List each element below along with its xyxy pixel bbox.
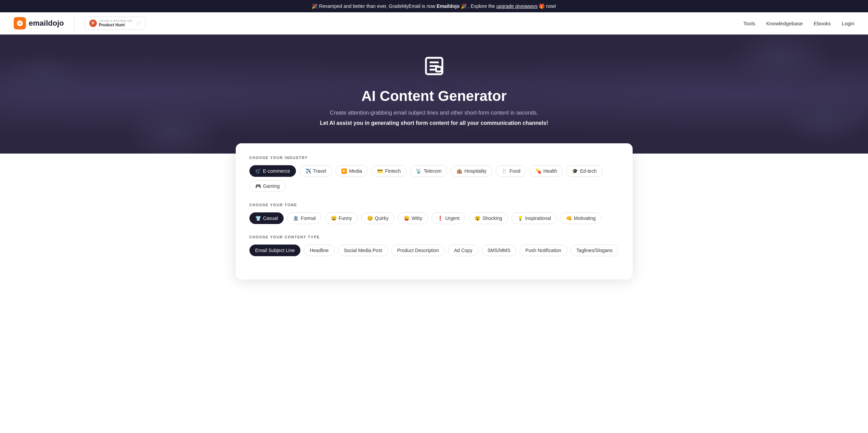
pill-label-food: Food [509,168,520,174]
header: emaildojo P LEAVE A REVIEW ON Product Hu… [0,12,868,35]
pill-label-shocking: Shocking [482,215,502,221]
content-type-section: CHOOSE YOUR CONTENT TYPE Email Subject L… [249,235,619,256]
industry-pill-hospitality[interactable]: 🏨Hospitality [451,165,492,177]
industry-label: CHOOSE YOUR INDUSTRY [249,156,619,160]
tone-pills: 👕Casual🏦Formal😄Funny😏Quirky😜Witty❗Urgent… [249,212,619,224]
pill-label-gaming: Gaming [263,183,280,189]
pill-icon-telecom: 📡 [416,168,422,174]
nav-ebooks[interactable]: Ebooks [814,21,831,26]
content-type-pill-sms[interactable]: SMS/MMS [482,245,516,256]
nav-login[interactable]: Login [842,21,854,26]
industry-pill-ecommerce[interactable]: 🛒E-commerce [249,165,296,177]
tone-pill-motivating[interactable]: 👊Motivating [560,212,601,224]
logo-area: emaildojo [14,17,64,29]
pill-label-product_desc: Product Description [397,248,439,253]
pill-icon-media: ▶️ [341,168,347,174]
upgrade-giveaways-link[interactable]: upgrade giveaways [496,3,538,9]
pill-label-headline: Headline [310,248,328,253]
pill-label-urgent: Urgent [445,215,459,221]
nav-links: Tools Knowledgebase Ebooks Login [743,21,854,26]
pill-icon-food: 🍴 [502,168,507,174]
product-hunt-text: LEAVE A REVIEW ON Product Hunt [99,19,132,27]
content-type-pill-headline[interactable]: Headline [304,245,334,256]
pill-icon-edtech: 🎓 [572,168,578,174]
industry-pill-food[interactable]: 🍴Food [496,165,526,177]
product-hunt-icon: P [89,19,97,27]
pill-label-funny: Funny [339,215,352,221]
industry-pill-travel[interactable]: ✈️Travel [299,165,332,177]
pill-label-quirky: Quirky [375,215,389,221]
content-type-pill-ad_copy[interactable]: Ad Copy [448,245,478,256]
pill-icon-ecommerce: 🛒 [255,168,261,174]
header-divider [74,16,75,30]
industry-section: CHOOSE YOUR INDUSTRY 🛒E-commerce✈️Travel… [249,156,619,192]
pill-label-edtech: Ed-tech [580,168,596,174]
tone-pill-funny[interactable]: 😄Funny [325,212,358,224]
pill-label-formal: Formal [301,215,316,221]
nav-knowledgebase[interactable]: Knowledgebase [766,21,803,26]
industry-pills: 🛒E-commerce✈️Travel▶️Media💳Fintech📡Telec… [249,165,619,192]
pill-label-casual: Casual [263,215,278,221]
tone-pill-quirky[interactable]: 😏Quirky [361,212,394,224]
pill-icon-formal: 🏦 [293,215,299,221]
tone-pill-witty[interactable]: 😜Witty [398,212,428,224]
tone-label: CHOOSE YOUR TONE [249,203,619,207]
industry-pill-telecom[interactable]: 📡Telecom [410,165,447,177]
star-icon: ☆ [136,19,141,27]
content-type-pill-product_desc[interactable]: Product Description [391,245,445,256]
pill-icon-urgent: ❗ [437,215,443,221]
content-type-pill-email_subject[interactable]: Email Subject Line [249,245,301,256]
pill-icon-quirky: 😏 [367,215,373,221]
tone-section: CHOOSE YOUR TONE 👕Casual🏦Formal😄Funny😏Qu… [249,203,619,224]
announcement-text: 🎉 Revamped and better than ever, GradeMy… [312,3,556,9]
tone-pill-shocking[interactable]: 😮Shocking [469,212,508,224]
pill-label-travel: Travel [313,168,326,174]
pill-icon-hospitality: 🏨 [456,168,462,174]
pill-icon-casual: 👕 [255,215,261,221]
hero-title: AI Content Generator [7,88,861,104]
pill-icon-witty: 😜 [404,215,410,221]
tone-pill-inspirational[interactable]: 💡Inspirational [511,212,557,224]
tone-pill-formal[interactable]: 🏦Formal [287,212,322,224]
industry-pill-media[interactable]: ▶️Media [335,165,368,177]
logo-text: emaildojo [29,19,64,28]
logo-icon [14,17,26,29]
hero-subtitle: Create attention-grabbing email subject … [7,110,861,116]
industry-pill-edtech[interactable]: 🎓Ed-tech [566,165,602,177]
main-card: CHOOSE YOUR INDUSTRY 🛒E-commerce✈️Travel… [236,143,633,279]
pill-label-email_subject: Email Subject Line [255,248,295,253]
pill-icon-gaming: 🎮 [255,183,261,189]
pill-icon-funny: 😄 [331,215,337,221]
industry-pill-health[interactable]: 💊Health [530,165,563,177]
pill-icon-travel: ✈️ [305,168,311,174]
content-type-label: CHOOSE YOUR CONTENT TYPE [249,235,619,239]
pill-label-health: Health [543,168,557,174]
content-type-pill-taglines[interactable]: Taglines/Slogans [571,245,619,256]
product-hunt-badge[interactable]: P LEAVE A REVIEW ON Product Hunt ☆ [85,17,146,30]
pill-icon-shocking: 😮 [475,215,480,221]
tone-pill-urgent[interactable]: ❗Urgent [431,212,465,224]
pill-label-push_notif: Push Notification [526,248,561,253]
content-type-pills: Email Subject LineHeadlineSocial Media P… [249,245,619,256]
svg-rect-4 [436,67,441,71]
pill-icon-health: 💊 [535,168,541,174]
industry-pill-gaming[interactable]: 🎮Gaming [249,180,286,192]
nav-tools[interactable]: Tools [743,21,755,26]
pill-icon-motivating: 👊 [566,215,572,221]
pill-label-taglines: Taglines/Slogans [576,248,613,253]
hero-section: AI Content Generator Create attention-gr… [0,35,868,154]
announcement-bar: 🎉 Revamped and better than ever, GradeMy… [0,0,868,12]
pill-label-media: Media [349,168,362,174]
content-type-pill-push_notif[interactable]: Push Notification [520,245,567,256]
industry-pill-fintech[interactable]: 💳Fintech [371,165,406,177]
tone-pill-casual[interactable]: 👕Casual [249,212,284,224]
hero-icon [7,55,861,81]
pill-label-hospitality: Hospitality [464,168,487,174]
pill-label-fintech: Fintech [385,168,401,174]
pill-label-witty: Witty [412,215,422,221]
pill-icon-fintech: 💳 [377,168,383,174]
content-type-pill-social_media[interactable]: Social Media Post [338,245,388,256]
pill-icon-inspirational: 💡 [517,215,523,221]
pill-label-ad_copy: Ad Copy [454,248,472,253]
hero-emphasis: Let AI assist you in generating short fo… [7,120,861,126]
